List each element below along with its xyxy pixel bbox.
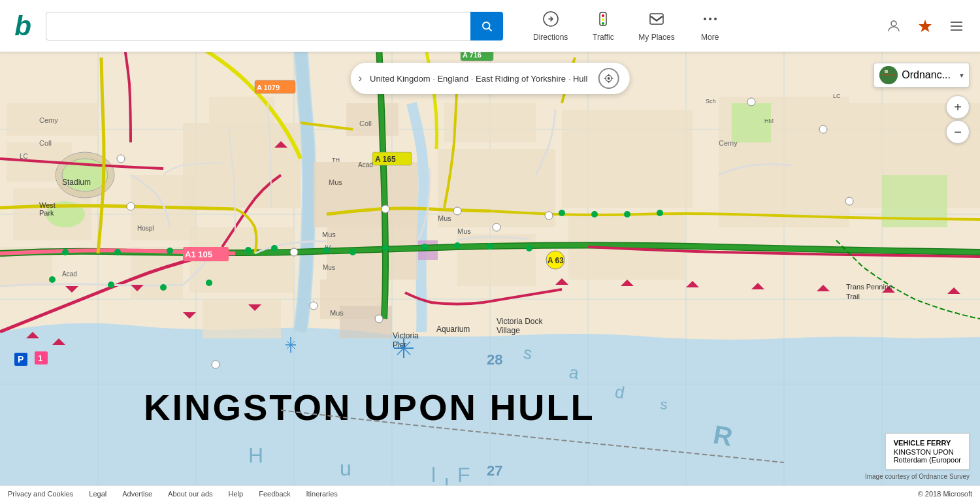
map-style-chevron-icon: ▼ <box>958 72 965 79</box>
svg-point-83 <box>545 212 553 219</box>
more-nav-item[interactable]: More <box>687 5 734 47</box>
directions-icon <box>542 10 559 31</box>
svg-text:A 165: A 165 <box>375 155 396 164</box>
breadcrumb-country: United Kingdom <box>370 74 431 84</box>
svg-point-8 <box>704 18 706 20</box>
zoom-out-button[interactable]: − <box>946 120 970 144</box>
map-style-selector[interactable]: Ordnanc... ▼ <box>874 63 970 88</box>
svg-point-11 <box>891 21 896 26</box>
svg-text:l: l <box>444 474 449 485</box>
svg-text:Acad: Acad <box>358 161 373 169</box>
svg-point-59 <box>114 249 121 255</box>
more-icon <box>702 10 719 31</box>
svg-point-66 <box>245 247 252 253</box>
location-target-button[interactable] <box>598 68 619 89</box>
map-canvas[interactable]: P A1 105 A 63 1 A 165 A 1079 A 1163 A 71… <box>0 52 980 485</box>
svg-text:LC: LC <box>833 93 841 99</box>
svg-point-62 <box>49 276 56 283</box>
image-courtesy: Image courtesy of Ordnance Survey <box>865 473 970 480</box>
svg-text:P: P <box>18 354 24 364</box>
map-style-preview <box>879 66 898 84</box>
svg-text:u: u <box>340 457 351 480</box>
footer-legal-link[interactable]: Legal <box>89 490 106 498</box>
my-places-label: My Places <box>638 33 674 42</box>
svg-point-78 <box>657 210 663 216</box>
search-button[interactable] <box>470 12 503 40</box>
my-places-nav-item[interactable]: My Places <box>629 5 683 47</box>
svg-rect-7 <box>650 14 663 24</box>
svg-point-65 <box>206 280 212 286</box>
svg-text:Trans Pennine: Trans Pennine <box>846 283 892 291</box>
bing-logo[interactable]: b <box>0 12 46 40</box>
svg-point-90 <box>375 315 383 323</box>
breadcrumb-region: England <box>437 74 468 84</box>
expand-arrow-icon[interactable]: › <box>359 73 362 84</box>
svg-point-82 <box>453 207 461 215</box>
svg-rect-48 <box>444 103 536 142</box>
svg-rect-186 <box>882 74 895 76</box>
my-places-icon <box>648 10 665 31</box>
svg-text:Stadium: Stadium <box>62 178 91 187</box>
svg-point-58 <box>62 249 69 255</box>
svg-point-64 <box>160 284 167 291</box>
svg-text:A 63: A 63 <box>547 256 564 265</box>
directions-nav-item[interactable]: Directions <box>524 5 577 47</box>
svg-point-63 <box>108 282 114 288</box>
footer-advertise-link[interactable]: Advertise <box>122 490 152 498</box>
svg-point-69 <box>350 249 356 255</box>
right-toolbar <box>881 13 970 39</box>
nav-toolbar: Directions Traffic My Place <box>524 5 734 47</box>
svg-text:27: 27 <box>487 462 502 479</box>
svg-text:Victoria: Victoria <box>393 331 419 340</box>
svg-point-80 <box>493 223 500 231</box>
svg-line-1 <box>489 28 491 31</box>
svg-text:Aquarium: Aquarium <box>436 325 470 334</box>
svg-point-60 <box>167 248 173 254</box>
svg-text:Village: Village <box>497 326 520 335</box>
traffic-label: Traffic <box>593 33 614 42</box>
svg-rect-43 <box>314 162 418 227</box>
svg-text:HM: HM <box>764 118 774 124</box>
svg-text:A 1079: A 1079 <box>257 84 280 91</box>
svg-point-86 <box>819 125 827 133</box>
svg-point-81 <box>382 205 389 213</box>
svg-point-71 <box>421 244 428 250</box>
svg-text:A1 105: A1 105 <box>185 250 212 259</box>
svg-point-85 <box>845 197 853 205</box>
svg-point-0 <box>483 22 490 29</box>
svg-text:Acad: Acad <box>62 270 77 278</box>
svg-text:Mus: Mus <box>322 231 336 238</box>
map-area[interactable]: P A1 105 A 63 1 A 165 A 1079 A 1163 A 71… <box>0 52 980 485</box>
svg-text:Mus: Mus <box>323 264 335 271</box>
header: b Directions <box>0 0 980 52</box>
footer-help-link[interactable]: Help <box>229 490 244 498</box>
search-input[interactable] <box>46 12 503 40</box>
search-container <box>46 12 503 40</box>
svg-text:LC: LC <box>20 153 28 160</box>
user-icon-btn[interactable] <box>881 13 907 39</box>
svg-text:F: F <box>457 463 470 485</box>
footer-feedback-link[interactable]: Feedback <box>259 490 290 498</box>
svg-text:West: West <box>39 201 56 209</box>
breadcrumb-county: East Riding of Yorkshire <box>476 74 566 84</box>
footer-about-ads-link[interactable]: About our ads <box>168 490 213 498</box>
svg-text:Coll: Coll <box>39 139 52 147</box>
traffic-nav-item[interactable]: Traffic <box>580 5 627 47</box>
rewards-icon-btn[interactable] <box>912 13 938 39</box>
zoom-in-button[interactable]: + <box>946 95 970 119</box>
svg-text:s: s <box>660 396 672 413</box>
ferry-title: VEHICLE FERRY <box>894 439 961 447</box>
svg-rect-42 <box>203 299 281 338</box>
svg-rect-49 <box>457 234 536 286</box>
svg-text:28: 28 <box>487 351 502 368</box>
footer-privacy-link[interactable]: Privacy and Cookies <box>8 490 73 498</box>
menu-icon-btn[interactable] <box>943 13 970 39</box>
breadcrumb-city: Hull <box>573 74 587 84</box>
svg-point-87 <box>127 202 135 210</box>
footer: Privacy and Cookies Legal Advertise Abou… <box>0 485 980 501</box>
svg-point-180 <box>608 78 610 80</box>
directions-label: Directions <box>533 33 568 42</box>
svg-text:l: l <box>431 463 436 485</box>
svg-point-4 <box>602 14 604 17</box>
footer-itineraries-link[interactable]: Itineraries <box>306 490 338 498</box>
